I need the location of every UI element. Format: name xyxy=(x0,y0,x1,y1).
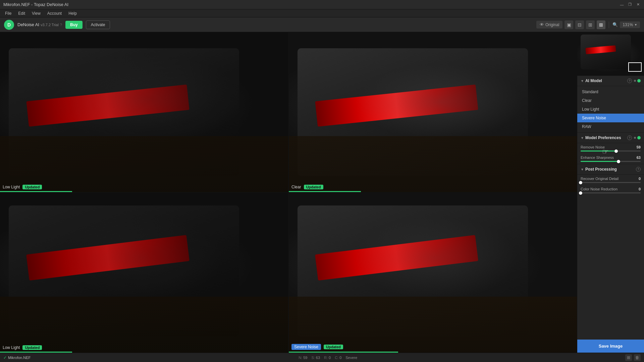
original-view-button[interactable]: 👁 Original xyxy=(536,21,562,28)
status-c: C: 0 xyxy=(335,356,341,360)
model-option-low-light[interactable]: Low Light xyxy=(577,105,644,114)
cell-model-label-br: Severe Noise xyxy=(291,344,321,350)
enhance-sharpness-row: Enhance Sharpness 63 xyxy=(577,154,644,164)
thumbnail-viewport[interactable] xyxy=(628,62,642,72)
status-s-value: 63 xyxy=(316,356,320,360)
restore-button[interactable]: ❐ xyxy=(627,2,633,7)
model-option-clear[interactable]: Clear xyxy=(577,96,644,105)
toolbar: D DeNoise AI v3.7.2 Trial ? Buy Activate… xyxy=(0,17,644,32)
enhance-sharpness-fill xyxy=(581,161,619,162)
menubar: File Edit View Account Help xyxy=(0,9,644,17)
recover-detail-label-row: Recover Original Detail 0 xyxy=(581,177,641,181)
color-noise-track[interactable] xyxy=(581,192,641,193)
status-trash-button[interactable]: 🗑 xyxy=(634,354,641,361)
status-mode-value: Severe xyxy=(345,356,357,360)
app-name: DeNoise AI xyxy=(17,22,39,27)
cell-label-bottom-right: Severe Noise Updated xyxy=(291,344,343,350)
cell-model-label-bl: Low Light xyxy=(3,345,20,350)
remove-noise-row: Remove Noise 59 xyxy=(577,143,644,154)
ai-model-section-header[interactable]: ▼ AI Model ? xyxy=(577,76,644,86)
cell-label-top-left: Low Light Updated xyxy=(3,185,42,189)
ai-model-dot xyxy=(634,80,636,82)
remove-noise-value: 59 xyxy=(637,145,641,149)
post-collapse-icon: ▼ xyxy=(581,168,584,171)
compare-view-button[interactable]: ⊞ xyxy=(586,20,595,29)
model-pref-help-icon[interactable]: ? xyxy=(627,135,632,140)
grid-cell-bottom-right[interactable]: Severe Noise Updated xyxy=(289,193,577,353)
status-check-icon: ✓ xyxy=(3,355,7,360)
model-pref-section-header[interactable]: ▼ Model Preferences ? xyxy=(577,133,644,143)
menu-view[interactable]: View xyxy=(29,10,44,16)
status-mode: Severe xyxy=(345,356,357,360)
recover-detail-thumb[interactable] xyxy=(579,181,582,184)
color-noise-thumb[interactable] xyxy=(579,191,582,195)
status-add-button[interactable]: ⊞ xyxy=(625,354,632,361)
thumbnail-area[interactable] xyxy=(577,32,644,76)
split-view-button[interactable]: ⊟ xyxy=(575,20,584,29)
grid-cell-top-right[interactable]: Clear Updated xyxy=(289,32,577,192)
eye-icon: 👁 xyxy=(540,22,544,27)
menu-edit[interactable]: Edit xyxy=(15,10,29,16)
color-noise-value: 0 xyxy=(639,187,641,191)
post-proc-help-icon[interactable]: ? xyxy=(636,167,641,172)
titlebar-controls: — ❐ ✕ xyxy=(619,2,641,7)
status-n-label: N: xyxy=(299,356,302,360)
image-top-left xyxy=(0,32,288,192)
recover-detail-value: 0 xyxy=(639,177,641,181)
status-c-label: C: xyxy=(335,356,338,360)
enhance-sharpness-label: Enhance Sharpness xyxy=(581,156,614,160)
image-bottom-right xyxy=(289,193,577,353)
close-button[interactable]: ✕ xyxy=(635,2,641,7)
post-proc-title: Post Processing xyxy=(585,167,635,172)
model-option-raw[interactable]: RAW xyxy=(577,122,644,131)
grid-cell-top-left[interactable]: Low Light Updated xyxy=(0,32,288,192)
statusbar: ✓ Mikrofon.NEF N: 59 S: 63 R: 0 C: 0 Sev… xyxy=(0,353,644,362)
activate-button[interactable]: Activate xyxy=(86,20,110,29)
menu-account[interactable]: Account xyxy=(44,10,65,16)
section-collapse-icon: ▼ xyxy=(581,79,584,83)
zoom-icon: 🔍 xyxy=(612,22,618,27)
app-logo: D xyxy=(4,20,14,30)
status-s: S: 63 xyxy=(311,356,320,360)
label-bar-top-left xyxy=(0,191,72,192)
enhance-sharpness-label-row: Enhance Sharpness 63 xyxy=(581,156,641,160)
post-proc-section-header[interactable]: ▼ Post Processing ? xyxy=(577,164,644,175)
label-bar-bottom-left xyxy=(0,352,72,353)
recover-detail-label: Recover Original Detail xyxy=(581,177,619,181)
save-image-button[interactable]: Save Image xyxy=(577,340,644,353)
status-n-value: 59 xyxy=(303,356,307,360)
cell-model-label-tr: Clear xyxy=(291,185,301,189)
ai-model-list: Standard Clear Low Light Severe Noise RA… xyxy=(577,86,644,132)
model-pref-active-dot xyxy=(637,136,641,139)
minimize-button[interactable]: — xyxy=(619,2,625,7)
remove-noise-label-row: Remove Noise 59 xyxy=(581,145,641,149)
color-noise-label-row: Color Noise Reduction 0 xyxy=(581,187,641,191)
buy-button[interactable]: Buy xyxy=(65,21,83,29)
recover-detail-track[interactable] xyxy=(581,182,641,183)
enhance-sharpness-value: 63 xyxy=(637,156,641,160)
grid-cell-bottom-left[interactable]: Low Light Updated xyxy=(0,193,288,353)
remove-noise-thumb[interactable] xyxy=(614,149,618,153)
remove-noise-track[interactable] xyxy=(581,150,641,152)
status-file: ✓ Mikrofon.NEF xyxy=(3,355,31,360)
image-bottom-left xyxy=(0,193,288,353)
menu-file[interactable]: File xyxy=(2,10,15,16)
quad-view-button[interactable]: ⊞ xyxy=(597,20,605,29)
status-n: N: 59 xyxy=(299,356,307,360)
single-view-button[interactable]: ▣ xyxy=(565,20,573,29)
menu-help[interactable]: Help xyxy=(65,10,80,16)
toolbar-divider xyxy=(609,21,609,28)
cell-updated-badge-bl: Updated xyxy=(22,345,42,350)
enhance-sharpness-thumb[interactable] xyxy=(617,160,620,163)
cell-updated-badge: Updated xyxy=(22,185,42,189)
status-actions: ⊞ 🗑 xyxy=(625,354,641,361)
enhance-sharpness-track[interactable] xyxy=(581,161,641,162)
zoom-level: 131% xyxy=(623,22,633,27)
cell-updated-badge-br: Updated xyxy=(324,345,343,349)
recover-detail-row: Recover Original Detail 0 xyxy=(577,175,644,185)
model-option-standard[interactable]: Standard xyxy=(577,87,644,96)
status-r-value: 0 xyxy=(329,356,331,360)
help-icon: ? xyxy=(60,23,62,27)
ai-model-help-icon[interactable]: ? xyxy=(627,78,632,83)
model-option-severe-noise[interactable]: Severe Noise xyxy=(577,114,644,122)
